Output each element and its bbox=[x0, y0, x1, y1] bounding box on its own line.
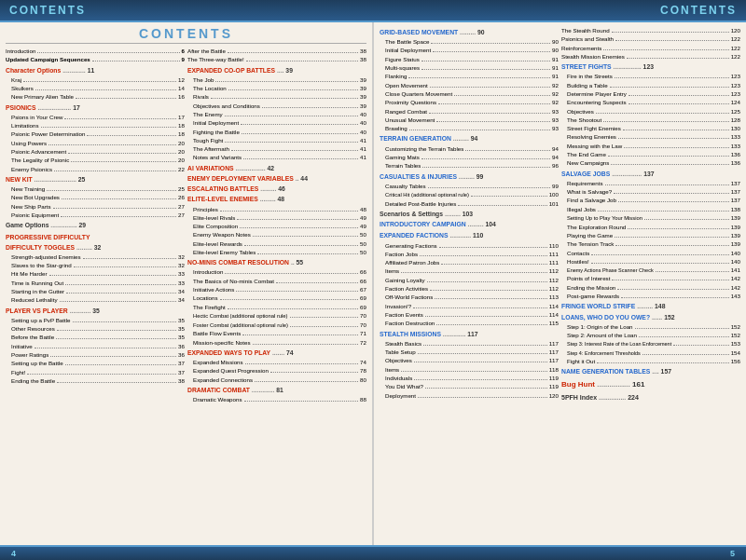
footer-bar: 4 5 bbox=[0, 545, 746, 560]
left-page: CONTENTS Introduction 6 Updated Campaign… bbox=[0, 22, 374, 545]
toc-row: New Primary Alien Table16 bbox=[6, 92, 185, 101]
left-toc-col2: After the Battle38 The Three-way Battle!… bbox=[187, 47, 366, 403]
right-page: GRID-BASED MOVEMENT ......... 90 The Bat… bbox=[374, 22, 746, 545]
toc-row: Kraj12 bbox=[6, 75, 185, 84]
right-toc-col2: The Stealth Round120 Psionics and Stealt… bbox=[561, 26, 740, 403]
content-area: CONTENTS Introduction 6 Updated Campaign… bbox=[0, 22, 746, 545]
header-bar: CONTENTS CONTENTS bbox=[0, 0, 746, 22]
header-right-title: CONTENTS bbox=[660, 4, 737, 17]
page-spread: CONTENTS CONTENTS 4 5 CONTENTS Introduct… bbox=[0, 0, 746, 560]
toc-row: Skulkers14 bbox=[6, 84, 185, 92]
left-toc: Introduction 6 Updated Campaign Sequence… bbox=[6, 47, 366, 403]
toc-row: Updated Campaign Sequences 9 bbox=[6, 55, 185, 63]
toc-row: Introduction 6 bbox=[6, 47, 185, 55]
right-toc-col1: GRID-BASED MOVEMENT ......... 90 The Bat… bbox=[380, 26, 559, 403]
right-toc: GRID-BASED MOVEMENT ......... 90 The Bat… bbox=[380, 26, 740, 403]
left-toc-col1: Introduction 6 Updated Campaign Sequence… bbox=[6, 47, 185, 403]
footer-left-page: 4 bbox=[11, 549, 16, 558]
footer-right-page: 5 bbox=[730, 549, 735, 558]
contents-heading-left: CONTENTS bbox=[6, 26, 366, 44]
header-left-title: CONTENTS bbox=[9, 4, 86, 17]
